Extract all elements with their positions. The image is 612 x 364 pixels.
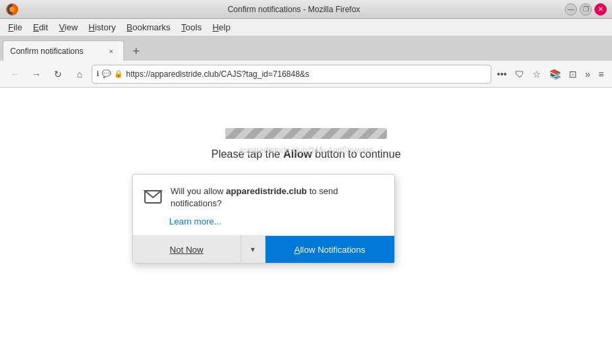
- info-icon: ℹ: [96, 69, 99, 78]
- tab-title: Confirm notifications: [10, 47, 102, 56]
- address-icons: ℹ 💬 🔒: [96, 69, 123, 78]
- menu-help[interactable]: Help: [207, 21, 236, 34]
- popup-header: Will you allow apparedistride.club to se…: [133, 175, 394, 215]
- minimize-button[interactable]: —: [565, 3, 577, 16]
- menu-edit[interactable]: Edit: [28, 21, 53, 34]
- tab-close-button[interactable]: ×: [106, 46, 117, 57]
- maximize-button[interactable]: ❐: [580, 3, 592, 16]
- loading-bar: [225, 128, 387, 139]
- titlebar-title: Confirm notifications - Mozilla Firefox: [23, 5, 565, 14]
- menu-file[interactable]: File: [3, 21, 28, 34]
- address-bar[interactable]: ℹ 💬 🔒 https://apparedistride.club/CAJS?t…: [92, 65, 491, 84]
- allow-label: Allow Notifications: [295, 245, 366, 255]
- toolbar: ← → ↻ ⌂ ℹ 💬 🔒 https://apparedistride.clu…: [0, 61, 612, 88]
- back-button[interactable]: ←: [5, 65, 24, 84]
- home-button[interactable]: ⌂: [70, 65, 89, 84]
- titlebar: Confirm notifications - Mozilla Firefox …: [0, 0, 612, 19]
- active-tab[interactable]: Confirm notifications ×: [3, 40, 124, 61]
- popup-text: Will you allow apparedistride.club to se…: [171, 185, 384, 210]
- not-now-button[interactable]: Not Now: [133, 236, 241, 263]
- popup-learn-more: Learn more...: [133, 215, 394, 235]
- menu-view[interactable]: View: [53, 21, 83, 34]
- titlebar-left: [5, 3, 23, 16]
- popup-domain: apparedistride.club: [226, 186, 307, 196]
- learn-more-link[interactable]: Learn more...: [169, 216, 221, 226]
- more-button[interactable]: •••: [494, 67, 510, 81]
- extensions-icon[interactable]: »: [582, 67, 593, 81]
- address-text: https://apparedistride.club/CAJS?tag_id=…: [126, 69, 487, 79]
- toolbar-right: ••• 🛡 ☆ 📚 ⊡ » ≡: [494, 67, 607, 81]
- not-now-label: Not Now: [170, 245, 204, 255]
- popup-question-pre: Will you allow: [171, 186, 226, 196]
- notification-popup: Will you allow apparedistride.club to se…: [132, 174, 395, 264]
- library-icon[interactable]: 📚: [547, 67, 563, 81]
- menu-bookmarks[interactable]: Bookmarks: [121, 21, 176, 34]
- svg-point-1: [9, 7, 15, 12]
- tabbar: Confirm notifications × +: [0, 36, 612, 61]
- forward-button[interactable]: →: [27, 65, 46, 84]
- allow-notifications-button[interactable]: Allow Notifications: [266, 236, 394, 263]
- notification-icon: [144, 187, 162, 210]
- menu-tools[interactable]: Tools: [176, 21, 207, 34]
- reload-button[interactable]: ↻: [49, 65, 67, 84]
- tabs-icon[interactable]: ⊡: [566, 67, 580, 81]
- menu-icon[interactable]: ≡: [596, 67, 607, 81]
- firefox-icon: [5, 3, 19, 16]
- not-now-dropdown-button[interactable]: ▾: [241, 236, 266, 263]
- menu-history[interactable]: History: [83, 21, 121, 34]
- bookmark-star-icon[interactable]: ☆: [530, 67, 544, 81]
- shield-icon[interactable]: 🛡: [512, 67, 527, 81]
- lock-icon: 🔒: [114, 69, 123, 78]
- chat-icon: 💬: [102, 69, 111, 78]
- dropdown-arrow-icon: ▾: [251, 245, 255, 254]
- new-tab-button[interactable]: +: [127, 42, 146, 61]
- titlebar-controls: — ❐ ✕: [565, 3, 607, 16]
- watermark: apparedistride.club@My AntiSpyware: [239, 146, 373, 155]
- svg-marker-3: [145, 191, 161, 198]
- close-button[interactable]: ✕: [594, 3, 607, 16]
- menubar: File Edit View History Bookmarks Tools H…: [0, 19, 612, 36]
- popup-actions: Not Now ▾ Allow Notifications: [133, 235, 394, 263]
